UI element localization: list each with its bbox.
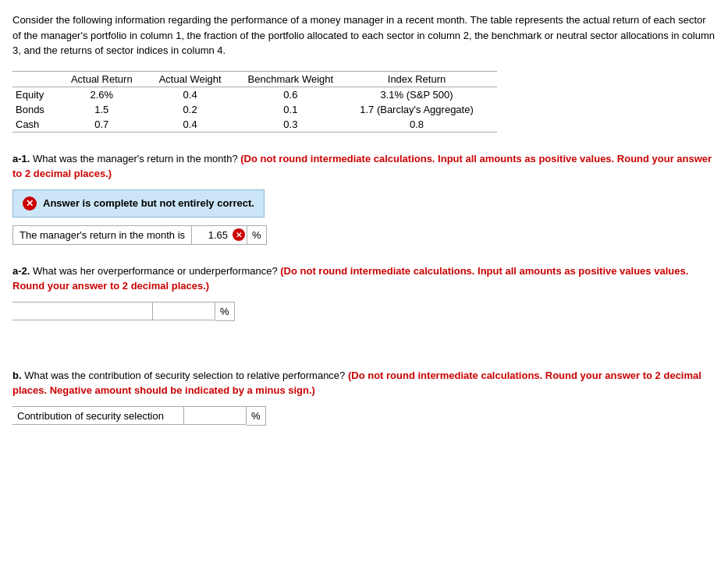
question-a2-text: a-2. What was her overperformance or und… — [12, 264, 716, 294]
error-icon: ✕ — [23, 196, 37, 210]
benchmark-weight-cash: 0.3 — [245, 117, 357, 133]
index-return-cash: 0.8 — [357, 117, 497, 133]
intro-paragraph: Consider the following information regar… — [12, 12, 716, 58]
actual-return-cash: 0.7 — [68, 117, 156, 133]
table-row: Bonds 1.5 0.2 0.1 1.7 (Barclay's Aggrega… — [12, 102, 497, 117]
answer-input-a1[interactable] — [192, 226, 231, 244]
actual-return-bonds: 1.5 — [68, 102, 156, 117]
benchmark-weight-bonds: 0.1 — [245, 102, 357, 117]
sector-cash: Cash — [12, 117, 68, 133]
answer-label-a2-left[interactable] — [12, 302, 153, 320]
actual-return-equity: 2.6% — [68, 87, 156, 102]
sector-equity: Equity — [12, 87, 68, 102]
answer-row-a1-label: The manager's return in the month is — [12, 225, 192, 245]
answer-input-wrapper-a1: ✕ — [192, 225, 247, 245]
actual-weight-equity: 0.4 — [156, 87, 245, 102]
answer-row-a2: % — [12, 302, 716, 321]
col-header-benchmark-weight: Benchmark Weight — [245, 71, 357, 87]
answer-input-b[interactable] — [184, 406, 247, 425]
col-header-sector — [12, 71, 68, 87]
index-return-equity: 3.1% (S&P 500) — [357, 87, 497, 102]
question-a1-text: a-1. What was the manager's return in th… — [12, 151, 716, 182]
percent-label-a2: % — [215, 302, 235, 321]
answer-input-a2[interactable] — [153, 302, 215, 320]
actual-weight-cash: 0.4 — [156, 117, 245, 133]
index-return-bonds: 1.7 (Barclay's Aggregate) — [357, 102, 497, 117]
percent-label-a1: % — [247, 225, 267, 245]
percent-label-b: % — [247, 406, 266, 426]
col-header-actual-weight: Actual Weight — [156, 71, 245, 87]
answer-status-box: ✕ Answer is complete but not entirely co… — [12, 189, 265, 218]
table-row: Cash 0.7 0.4 0.3 0.8 — [12, 117, 497, 133]
answer-status-text: Answer is complete but not entirely corr… — [43, 197, 254, 209]
data-table: Actual Return Actual Weight Benchmark We… — [12, 71, 497, 133]
question-b-text: b. What was the contribution of security… — [12, 368, 716, 398]
actual-weight-bonds: 0.2 — [156, 102, 245, 117]
answer-row-b: Contribution of security selection % — [12, 406, 716, 426]
answer-label-b: Contribution of security selection — [12, 406, 184, 425]
col-header-index-return: Index Return — [357, 71, 497, 87]
answer-row-a1: The manager's return in the month is ✕ % — [12, 225, 716, 245]
benchmark-weight-equity: 0.6 — [245, 87, 357, 102]
sector-bonds: Bonds — [12, 102, 68, 117]
table-row: Equity 2.6% 0.4 0.6 3.1% (S&P 500) — [12, 87, 497, 102]
col-header-actual-return: Actual Return — [68, 71, 156, 87]
input-error-icon-a1: ✕ — [233, 228, 245, 241]
